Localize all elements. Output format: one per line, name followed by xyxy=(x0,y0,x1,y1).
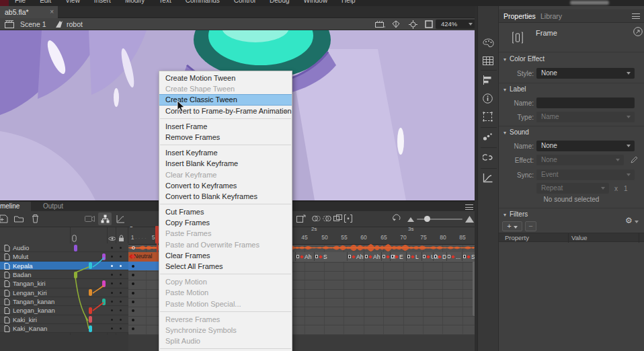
zoom-out-timeline-icon[interactable] xyxy=(407,217,414,222)
sound-name-select[interactable]: None xyxy=(536,141,635,151)
zoom-in-timeline-icon[interactable] xyxy=(465,215,474,223)
parent-link-band[interactable] xyxy=(102,254,106,260)
document-tab[interactable]: ab5.fla* × xyxy=(0,6,58,18)
label-name-input[interactable] xyxy=(536,98,635,108)
edit-pencil-icon[interactable] xyxy=(631,156,638,163)
help-circle-icon[interactable] xyxy=(633,27,643,36)
menubar-item-debug[interactable]: Debug xyxy=(270,0,289,4)
section-label[interactable]: Label xyxy=(504,85,526,93)
lock-dot[interactable] xyxy=(120,301,122,303)
timeline-zoom-knob[interactable] xyxy=(424,216,430,222)
parent-link-band[interactable] xyxy=(89,262,92,269)
menubar-item-view[interactable]: View xyxy=(65,0,80,4)
visibility-dot[interactable] xyxy=(111,265,113,267)
layer-row-lengan-kanan[interactable]: Lengan_kanan xyxy=(0,306,128,315)
menu-item-remove-frames[interactable]: Remove Frames xyxy=(159,132,292,143)
zoom-level-select[interactable]: 424% xyxy=(436,20,476,29)
lock-dot[interactable] xyxy=(120,256,122,258)
edit-symbols-icon[interactable] xyxy=(392,20,401,28)
menu-item-copy-frames[interactable]: Copy Frames xyxy=(159,217,292,228)
keyframe-marker-kepala[interactable] xyxy=(132,265,134,268)
color-panel-icon[interactable] xyxy=(483,38,494,48)
menubar-item-text[interactable]: Text xyxy=(159,0,171,4)
edit-multiple-frames-icon[interactable] xyxy=(333,214,342,223)
section-sound[interactable]: Sound xyxy=(504,128,529,136)
lock-dot[interactable] xyxy=(120,327,122,329)
menu-item-create-motion-tween[interactable]: Create Motion Tween xyxy=(159,73,292,83)
center-frame-icon[interactable] xyxy=(409,20,417,29)
close-tab-icon[interactable]: × xyxy=(50,6,54,18)
menu-item-insert-frame[interactable]: Insert Frame xyxy=(159,121,292,132)
layer-row-tangan-kiri[interactable]: Tangan_kiri xyxy=(0,279,128,288)
visibility-dot[interactable] xyxy=(111,292,113,294)
visibility-dot[interactable] xyxy=(111,327,113,329)
onion-skin-icon[interactable] xyxy=(312,214,321,223)
modify-markers-icon[interactable] xyxy=(344,214,352,223)
visibility-dot[interactable] xyxy=(111,282,113,284)
layer-row-lengan-kiri[interactable]: Lengan_Kiri xyxy=(0,288,128,297)
lock-dot[interactable] xyxy=(120,292,122,294)
insert-frame-icon[interactable] xyxy=(296,214,306,223)
menu-item-cut-frames[interactable]: Cut Frames xyxy=(159,206,292,217)
menubar-item-edit[interactable]: Edit xyxy=(40,0,51,4)
keyframe-marker-lengan-kiri[interactable] xyxy=(132,292,134,295)
lock-dot[interactable] xyxy=(120,274,122,276)
visibility-dot[interactable] xyxy=(111,309,113,311)
menu-item-convert-to-blank-keyframes[interactable]: Convert to Blank Keyframes xyxy=(159,191,292,202)
parent-link-band[interactable] xyxy=(102,280,106,287)
motion-graph-icon[interactable] xyxy=(116,214,125,223)
keyframe-marker-kaki-kiri[interactable] xyxy=(132,319,134,321)
lock-dot[interactable] xyxy=(120,282,122,284)
layer-row-tangan-kanan[interactable]: Tangan_kanan xyxy=(0,297,128,306)
lock-dot[interactable] xyxy=(120,309,122,311)
brush-library-icon[interactable] xyxy=(483,132,493,141)
menubar-item-help[interactable]: Help xyxy=(341,0,356,4)
parent-link-band[interactable] xyxy=(89,307,92,314)
menubar-item-commands[interactable]: Commands xyxy=(186,0,220,4)
edit-scene-icon[interactable] xyxy=(375,20,385,28)
menubar-item-window[interactable]: Window xyxy=(304,0,328,4)
remove-filter-button[interactable]: − xyxy=(525,221,536,231)
transform-panel-icon[interactable] xyxy=(483,112,493,122)
menu-item-insert-keyframe[interactable]: Insert Keyframe xyxy=(159,147,292,158)
menu-item-convert-to-keyframes[interactable]: Convert to Keyframes xyxy=(159,180,292,191)
timeline-menu-icon[interactable] xyxy=(465,204,473,210)
layer-row-kepala[interactable]: Kepala xyxy=(0,262,128,270)
layer-row-mulut[interactable]: Mulut xyxy=(0,252,128,261)
visibility-dot[interactable] xyxy=(111,319,113,321)
parent-link-band[interactable] xyxy=(89,289,92,296)
tab-output[interactable]: Output xyxy=(43,202,63,211)
clip-content-icon[interactable] xyxy=(425,20,433,28)
layer-row-kaki-kanan[interactable]: Kaki_Kanan xyxy=(0,324,128,333)
section-filters[interactable]: Filters xyxy=(504,210,528,218)
app-logo-icon[interactable] xyxy=(0,0,9,6)
parent-link-band[interactable] xyxy=(74,245,77,251)
layer-row-badan[interactable]: Badan xyxy=(0,270,128,279)
cc-libraries-icon[interactable] xyxy=(483,153,493,162)
tab-properties[interactable]: Properties xyxy=(504,12,536,20)
motion-editor-icon[interactable] xyxy=(483,173,493,183)
keyframe-marker-audio[interactable] xyxy=(132,246,135,249)
menu-item-select-all-frames[interactable]: Select All Frames xyxy=(159,261,292,272)
delete-layer-icon[interactable] xyxy=(32,214,39,223)
layer-row-audio[interactable]: Audio xyxy=(0,243,128,252)
tab-timeline[interactable]: Timeline xyxy=(0,202,31,211)
menubar-item-file[interactable]: File xyxy=(15,0,26,4)
onion-skin-outlines-icon[interactable] xyxy=(323,214,331,223)
layer-row-kaki-kiri[interactable]: Kaki_kiri xyxy=(0,315,128,324)
info-panel-icon[interactable] xyxy=(483,93,493,104)
new-layer-icon[interactable] xyxy=(0,214,8,223)
scene-clapper-icon[interactable] xyxy=(5,20,15,28)
lock-column-icon[interactable] xyxy=(118,235,124,242)
visibility-dot[interactable] xyxy=(111,274,113,276)
tab-library[interactable]: Library xyxy=(540,12,562,20)
add-filter-button[interactable]: + xyxy=(502,221,522,231)
filter-options-gear-icon[interactable]: ⚙ xyxy=(625,216,639,225)
parent-link-band[interactable] xyxy=(102,299,106,305)
parent-link-band[interactable] xyxy=(89,316,92,323)
lock-dot[interactable] xyxy=(120,319,122,321)
lock-dot[interactable] xyxy=(120,247,122,249)
new-folder-icon[interactable] xyxy=(14,215,24,223)
reset-zoom-icon[interactable] xyxy=(392,214,401,223)
properties-menu-icon[interactable] xyxy=(632,13,640,19)
